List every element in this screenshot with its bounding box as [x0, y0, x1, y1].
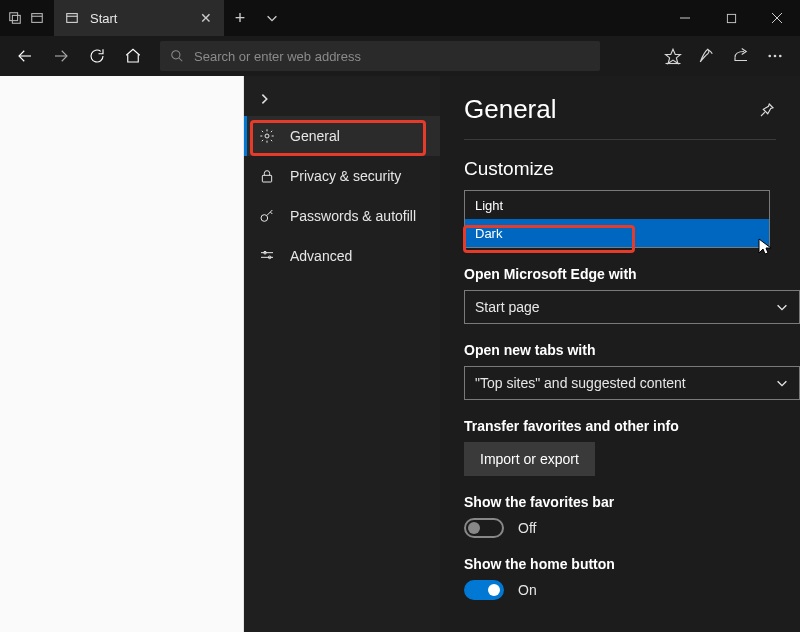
favorites-star-icon[interactable] — [656, 39, 690, 73]
theme-select-open[interactable]: Light Dark — [464, 190, 770, 248]
favorites-bar-label: Show the favorites bar — [464, 494, 776, 510]
nav-item-privacy[interactable]: Privacy & security — [244, 156, 440, 196]
chevron-down-icon — [775, 376, 789, 390]
favorites-bar-toggle[interactable] — [464, 518, 504, 538]
close-window-button[interactable] — [754, 0, 800, 36]
more-icon[interactable] — [758, 39, 792, 73]
svg-line-26 — [761, 112, 765, 116]
svg-rect-7 — [727, 14, 735, 22]
home-button[interactable] — [116, 39, 150, 73]
nav-item-passwords[interactable]: Passwords & autofill — [244, 196, 440, 236]
minimize-button[interactable] — [662, 0, 708, 36]
svg-point-19 — [265, 134, 269, 138]
settings-nav: General Privacy & security Passwords & a… — [244, 76, 440, 632]
svg-point-12 — [172, 51, 180, 59]
svg-rect-20 — [262, 175, 271, 182]
nav-item-general[interactable]: General — [244, 116, 440, 156]
home-button-state: On — [518, 582, 537, 598]
lock-icon — [258, 167, 276, 185]
nav-item-advanced[interactable]: Advanced — [244, 236, 440, 276]
theme-option-dark[interactable]: Dark — [465, 219, 769, 247]
search-icon — [170, 49, 184, 63]
svg-point-21 — [261, 215, 268, 222]
new-tabs-value: "Top sites" and suggested content — [475, 375, 686, 391]
browser-tab[interactable]: Start ✕ — [54, 0, 224, 36]
refresh-button[interactable] — [80, 39, 114, 73]
share-icon[interactable] — [724, 39, 758, 73]
sliders-icon — [258, 247, 276, 265]
new-tabs-label: Open new tabs with — [464, 342, 776, 358]
new-tabs-select[interactable]: "Top sites" and suggested content — [464, 366, 800, 400]
pin-icon[interactable] — [758, 101, 776, 119]
open-with-select[interactable]: Start page — [464, 290, 800, 324]
favorites-bar-state: Off — [518, 520, 536, 536]
tabs-menu-button[interactable] — [256, 0, 288, 36]
section-customize: Customize — [464, 158, 776, 180]
address-bar[interactable]: Search or enter web address — [160, 41, 600, 71]
svg-point-18 — [779, 55, 782, 58]
key-icon — [258, 207, 276, 225]
nav-label: Privacy & security — [290, 168, 401, 184]
close-tab-icon[interactable]: ✕ — [200, 10, 212, 26]
open-with-value: Start page — [475, 299, 540, 315]
svg-rect-4 — [67, 14, 78, 23]
chevron-down-icon — [775, 300, 789, 314]
notes-icon[interactable] — [690, 39, 724, 73]
nav-label: General — [290, 128, 340, 144]
settings-pane: General Customize Light Dark Open Micros… — [440, 76, 800, 632]
back-button[interactable] — [8, 39, 42, 73]
home-button-toggle[interactable] — [464, 580, 504, 600]
forward-button[interactable] — [44, 39, 78, 73]
nav-label: Advanced — [290, 248, 352, 264]
pane-title: General — [464, 94, 758, 125]
new-window-icon[interactable] — [28, 9, 46, 27]
app-window-icon — [64, 10, 80, 26]
page-content-area — [0, 76, 244, 632]
transfer-label: Transfer favorites and other info — [464, 418, 776, 434]
gear-icon — [258, 127, 276, 145]
svg-marker-14 — [666, 49, 681, 63]
home-button-label: Show the home button — [464, 556, 776, 572]
address-placeholder: Search or enter web address — [194, 49, 590, 64]
tab-title: Start — [90, 11, 190, 26]
open-with-label: Open Microsoft Edge with — [464, 266, 776, 282]
svg-point-16 — [768, 55, 771, 58]
svg-rect-1 — [12, 15, 20, 23]
new-tab-button[interactable]: + — [224, 0, 256, 36]
nav-label: Passwords & autofill — [290, 208, 416, 224]
recent-activities-icon[interactable] — [6, 9, 24, 27]
svg-point-17 — [774, 55, 777, 58]
theme-option-light[interactable]: Light — [465, 191, 769, 219]
svg-line-13 — [179, 58, 183, 62]
collapse-nav-button[interactable] — [244, 82, 440, 116]
import-export-button[interactable]: Import or export — [464, 442, 595, 476]
maximize-button[interactable] — [708, 0, 754, 36]
svg-rect-0 — [10, 13, 18, 21]
svg-rect-2 — [32, 14, 43, 23]
